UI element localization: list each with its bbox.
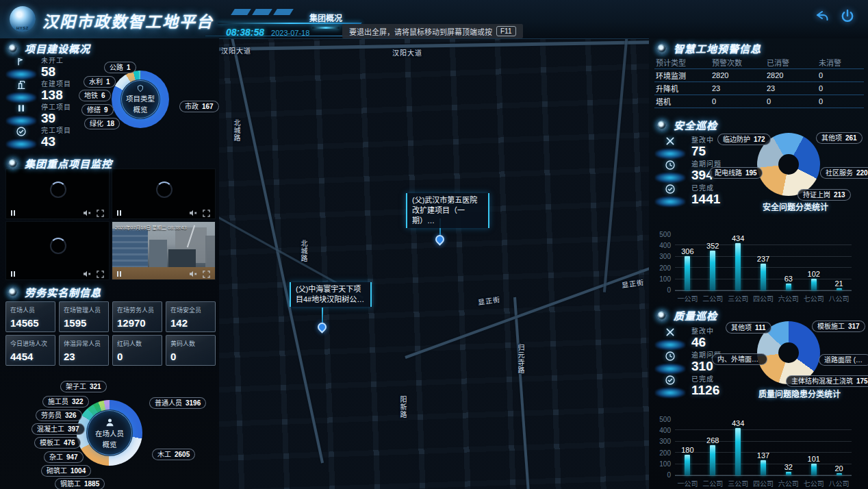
completed-project-icon <box>5 126 37 149</box>
x-axis-labels: 一公司二公司 三公司四公司 六公司七公司 八公司 <box>675 478 852 488</box>
chart-label-pill: 道路面层 (… <box>819 354 868 366</box>
fullscreen-exit-notice: 要退出全屏，请将鼠标移动到屏幕顶端或按 F11 <box>342 24 523 38</box>
quality-bar-chart: 500400 300200 1000 180 268 434 137 32 10… <box>653 419 863 489</box>
road-label: 归元寺路 <box>515 344 526 374</box>
chart-label-pill: 主体结构混凝土浇筑175 <box>786 375 868 387</box>
chart-label-pill: 社区服务220 <box>820 167 868 179</box>
chart-label-pill: 施工员322 <box>42 396 89 408</box>
done-check-icon <box>654 184 686 207</box>
labor-card: 在场管理人员1595 <box>59 301 109 332</box>
not-started-icon <box>5 56 37 79</box>
power-button[interactable] <box>839 8 857 26</box>
mute-icon[interactable] <box>83 271 91 277</box>
popup-line2: 目4#地块汉阳树公… <box>296 294 366 305</box>
mute-icon[interactable] <box>83 210 91 216</box>
pause-button[interactable] <box>11 210 15 216</box>
fullscreen-icon[interactable] <box>97 210 104 217</box>
road-label: 汉阳大道 <box>392 47 422 58</box>
section-safety-inspection: 安全巡检 <box>656 118 717 132</box>
mute-icon[interactable] <box>189 210 197 216</box>
warning-table-header: 预计类型预警次数 已消警未消警 <box>654 56 864 68</box>
chart-label-pill: 模板施工317 <box>812 321 865 332</box>
map-project-popup[interactable]: (父)中海寰宇天下项 目4#地块汉阳树公… <box>290 282 372 307</box>
overdue-clock-icon <box>654 160 686 183</box>
chart-label-pill: 其他项261 <box>816 132 863 144</box>
section-smart-site-warnings: 智慧工地预警信息 <box>656 41 761 55</box>
paused-project-icon <box>5 103 37 126</box>
back-arrow-icon <box>813 8 830 25</box>
chart-label-pill: 配电线路195 <box>709 167 763 179</box>
rectifying-icon <box>654 136 686 159</box>
chart-label-pill: 木工2605 <box>152 449 195 460</box>
section-title: 质量巡检 <box>674 308 717 323</box>
y-axis-labels: 500400 300200 1000 <box>653 416 671 479</box>
map-city-blocks <box>219 38 649 489</box>
safety-bar-plot: 306 352 434 237 63 102 21 <box>675 234 852 291</box>
chart-label-pill: 架子工321 <box>60 381 107 392</box>
section-bullet-icon <box>7 286 19 299</box>
dashboard-root: 汉阳大道 汉阳大道 北城路 北城路 显正街 显正街 归元寺路 阳新路 (父)武汉… <box>0 0 868 489</box>
chart-label-pill: 混凝土工397 <box>31 423 85 435</box>
map-canvas[interactable]: 汉阳大道 汉阳大道 北城路 北城路 显正街 显正街 归元寺路 阳新路 (父)武汉… <box>219 38 649 489</box>
safety-stat-done: 已完成1441 <box>691 182 720 206</box>
clock: 08:38:58 2023-07-18 <box>226 27 309 38</box>
back-button[interactable] <box>813 8 831 26</box>
section-project-overview: 项目建设概况 <box>7 41 90 55</box>
fullscreen-icon[interactable] <box>203 271 210 278</box>
chart-label-pill: 其他项111 <box>726 322 771 334</box>
project-type-donut: 项目类型 概览 <box>112 71 169 128</box>
rectifying-icon <box>654 327 686 350</box>
section-title: 劳务实名制信息 <box>25 285 101 299</box>
video-player-4[interactable]: 2023年07月18日 星期二 08:38:43 <box>112 221 216 280</box>
chart-label-pill: 水利1 <box>84 76 116 88</box>
chart-label-pill: 地铁6 <box>79 90 111 101</box>
chart-label-pill: 绿化18 <box>84 118 120 129</box>
road-label: 汉阳大道 <box>221 45 251 55</box>
x-axis-labels: 一公司二公司 三公司四公司 六公司七公司 八公司 <box>675 293 852 303</box>
pause-button[interactable] <box>117 271 121 277</box>
labor-card: 黄码人数0 <box>166 335 216 366</box>
left-panel: 项目建设概况 未开工 58 在建项目 138 停工项目 39 完工项目 43 <box>0 38 219 489</box>
chart-label-pill: 修缮9 <box>81 104 114 116</box>
video-player-3[interactable] <box>5 221 110 280</box>
fullscreen-icon[interactable] <box>97 271 104 278</box>
chart-label-pill: 临边防护172 <box>717 134 771 145</box>
road-label: 北城路 <box>231 119 242 142</box>
section-title: 集团重点项目监控 <box>25 156 112 171</box>
video-player-2[interactable] <box>112 168 216 219</box>
chart-label-pill: 公路1 <box>104 62 136 73</box>
section-labor-info: 劳务实名制信息 <box>7 285 101 299</box>
popup-line1: (父)中海寰宇天下项 <box>296 284 366 294</box>
pause-button[interactable] <box>11 271 15 277</box>
map-project-popup[interactable]: (父)武汉市第五医院 改扩建项目（一期）… <box>406 193 489 228</box>
chart-label-pill: 市政167 <box>179 101 219 112</box>
video-player-1[interactable] <box>5 168 110 219</box>
chart-label-pill: 普通人员3196 <box>149 397 206 409</box>
stat-not-started: 未开工 58 <box>41 55 64 79</box>
onsite-personnel-donut: 在场人员 概览 <box>77 400 142 466</box>
pause-button[interactable] <box>117 210 121 216</box>
table-row: 升降机23 230 <box>654 82 864 95</box>
popup-leader-line <box>322 308 323 323</box>
loading-spinner-icon <box>50 181 66 198</box>
time-display: 08:38:58 <box>226 27 264 38</box>
labor-card: 今日进场人次4454 <box>5 335 55 366</box>
quality-stat-rectifying: 整改中46 <box>691 325 714 349</box>
quality-bar-plot: 180 268 434 137 32 101 20 <box>675 419 852 476</box>
overdue-clock-icon <box>654 351 686 374</box>
header-decoration-dashes <box>233 9 292 15</box>
labor-card: 在场安全员142 <box>166 301 216 332</box>
mute-icon[interactable] <box>189 271 197 277</box>
tab-group-overview[interactable]: 集团概况 <box>309 12 342 23</box>
top-header: HYSZ 汉阳市政数智工地平台 08:38:58 2023-07-18 集团概况… <box>0 0 868 39</box>
fullscreen-icon[interactable] <box>203 210 210 217</box>
section-bullet-icon <box>656 310 668 322</box>
table-row: 环境监测2820 28200 <box>654 68 864 82</box>
section-bullet-icon <box>656 119 668 131</box>
labor-card: 在场人员14565 <box>5 301 55 332</box>
done-check-icon <box>654 375 686 398</box>
chart-label-pill: 钢筋工1885 <box>55 478 105 489</box>
safety-bar-chart: 500400 300200 1000 306 352 434 237 63 10… <box>653 234 863 305</box>
section-bullet-icon <box>7 158 19 170</box>
labor-card: 红码人数0 <box>112 335 162 366</box>
